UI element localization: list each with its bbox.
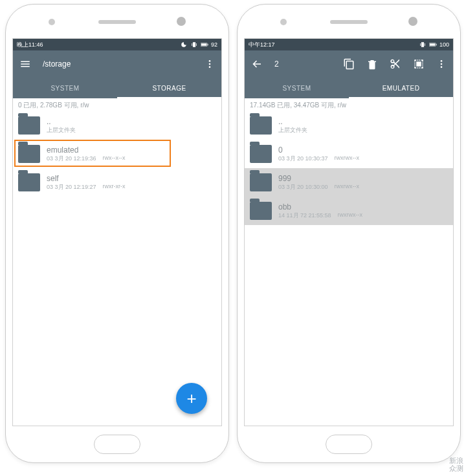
list-row-emulated[interactable]: emulated 03 3月 20 12:19:36 rwx--x--x [13, 140, 221, 168]
row-name: self [47, 174, 216, 183]
row-sub: 03 3月 20 12:19:27 [47, 183, 96, 191]
screen-left: 晚上11:46 92 /storage SYSTEM STORAGE [12, 38, 222, 426]
row-name: .. [278, 117, 448, 126]
svg-rect-7 [436, 44, 437, 46]
battery-icon [429, 41, 437, 48]
battery-icon [201, 41, 208, 48]
folder-icon [18, 116, 40, 135]
phone-left: 晚上11:46 92 /storage SYSTEM STORAGE [5, 4, 229, 463]
row-perm: rwxrwx--x [335, 183, 360, 191]
folder-icon [18, 173, 40, 191]
device-bottom [238, 426, 460, 462]
file-list: .. 上层文件夹 emulated 03 3月 20 12:19:36 rwx-… [13, 111, 221, 426]
home-button[interactable] [94, 435, 140, 454]
svg-point-5 [209, 66, 211, 68]
tab-storage[interactable]: STORAGE [117, 78, 221, 98]
tab-system[interactable]: SYSTEM [13, 78, 117, 98]
row-sub: 上层文件夹 [278, 126, 307, 135]
select-all-icon[interactable] [413, 58, 425, 70]
list-row-obb[interactable]: obb 14 11月 72 21:55:58 rwxrwx--x [245, 197, 453, 225]
svg-rect-2 [201, 43, 207, 45]
svg-rect-8 [430, 43, 436, 45]
device-top [238, 5, 460, 38]
list-row-self[interactable]: self 03 3月 20 12:19:27 rwxr-xr-x [13, 168, 221, 197]
tabs: SYSTEM EMULATED [245, 78, 453, 98]
screen-right: 中午12:17 100 2 [244, 38, 454, 426]
fab-add[interactable]: + [176, 383, 207, 414]
row-perm: rwxrwx--x [335, 155, 360, 163]
tabs: SYSTEM STORAGE [13, 78, 221, 98]
more-icon[interactable] [205, 59, 215, 69]
status-battery: 92 [211, 41, 217, 48]
svg-point-9 [441, 60, 443, 62]
folder-icon [250, 202, 272, 220]
list-row-parent[interactable]: .. 上层文件夹 [13, 111, 221, 140]
row-perm: rwxrwx--x [338, 211, 363, 220]
folder-icon [250, 145, 272, 163]
list-row-999[interactable]: 999 03 3月 20 10:30:00 rwxrwx--x [245, 168, 453, 197]
folder-icon [250, 173, 272, 191]
status-time: 晚上11:46 [17, 41, 43, 49]
phone-right: 中午12:17 100 2 [237, 4, 461, 463]
device-top [6, 5, 228, 38]
status-battery: 100 [439, 41, 449, 48]
folder-icon [18, 145, 40, 163]
row-sub: 03 3月 20 10:30:00 [278, 183, 328, 191]
tab-emulated[interactable]: EMULATED [349, 78, 453, 98]
tab-system[interactable]: SYSTEM [245, 78, 349, 98]
vibrate-icon [419, 41, 427, 48]
path-text: /storage [43, 60, 71, 69]
list-row-0[interactable]: 0 03 3月 20 10:30:37 rwxrwx--x [245, 140, 453, 168]
status-bar: 中午12:17 100 [245, 39, 453, 50]
row-name: .. [47, 117, 216, 126]
delete-icon[interactable] [366, 58, 378, 70]
app-bar-selection: 2 [245, 50, 453, 78]
selection-count: 2 [274, 60, 279, 69]
row-name: obb [278, 202, 448, 211]
cut-icon[interactable] [390, 58, 401, 70]
row-sub: 03 3月 20 12:19:36 [47, 155, 96, 163]
svg-point-3 [209, 60, 211, 62]
app-bar: /storage [13, 50, 221, 78]
back-icon[interactable] [251, 58, 263, 70]
svg-point-10 [441, 63, 443, 65]
watermark: 新浪 众测 [449, 457, 463, 472]
list-row-parent[interactable]: .. 上层文件夹 [245, 111, 453, 140]
status-time: 中午12:17 [249, 41, 275, 49]
vibrate-icon [190, 41, 198, 48]
svg-point-11 [441, 66, 443, 68]
row-sub: 03 3月 20 10:30:37 [278, 155, 328, 163]
home-button[interactable] [326, 435, 372, 454]
dnd-icon [180, 41, 188, 48]
row-name: emulated [47, 146, 216, 155]
folder-icon [250, 116, 272, 135]
row-name: 0 [278, 146, 448, 155]
storage-info: 0 已用, 2.78GB 可用, r/w [13, 98, 221, 111]
svg-point-4 [209, 63, 211, 65]
file-list: .. 上层文件夹 0 03 3月 20 10:30:37 rwxrwx--x [245, 111, 453, 426]
more-icon[interactable] [436, 59, 447, 69]
copy-icon[interactable] [343, 58, 355, 70]
device-bottom [6, 426, 228, 462]
status-bar: 晚上11:46 92 [13, 39, 221, 50]
storage-info: 17.14GB 已用, 34.47GB 可用, r/w [245, 98, 453, 111]
menu-icon[interactable] [19, 58, 31, 70]
row-perm: rwxr-xr-x [103, 183, 126, 191]
row-sub: 14 11月 72 21:55:58 [278, 211, 331, 220]
row-name: 999 [278, 174, 448, 183]
svg-rect-1 [208, 44, 208, 46]
row-perm: rwx--x--x [103, 155, 126, 163]
row-sub: 上层文件夹 [47, 126, 76, 135]
